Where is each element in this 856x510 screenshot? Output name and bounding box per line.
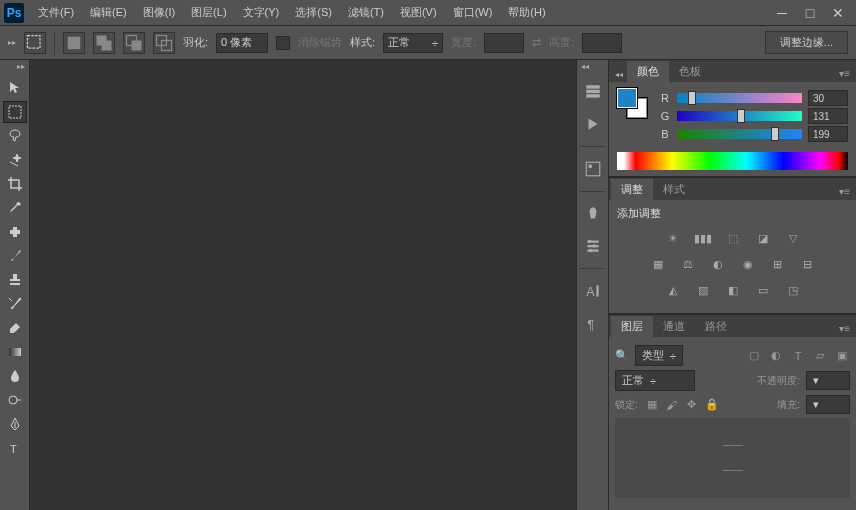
refine-edge-button[interactable]: 调整边缘... bbox=[765, 31, 848, 54]
fill-input[interactable]: ▾ bbox=[806, 395, 850, 414]
options-collapse-icon[interactable]: ▸▸ bbox=[8, 38, 16, 47]
actions-panel-icon[interactable] bbox=[581, 112, 605, 136]
slider-thumb[interactable] bbox=[771, 127, 779, 141]
b-input[interactable] bbox=[808, 126, 848, 142]
crop-tool[interactable] bbox=[3, 173, 27, 195]
canvas-area[interactable] bbox=[30, 60, 576, 510]
color-swatch[interactable] bbox=[617, 88, 647, 118]
stamp-tool[interactable] bbox=[3, 269, 27, 291]
curves-icon[interactable]: ⬚ bbox=[723, 229, 743, 247]
layer-filter-select[interactable]: 类型÷ bbox=[635, 345, 683, 366]
feather-input[interactable] bbox=[216, 33, 268, 53]
brush-presets-icon[interactable] bbox=[581, 234, 605, 258]
lock-all-icon[interactable]: 🔒 bbox=[704, 398, 720, 412]
posterize-icon[interactable]: ▨ bbox=[693, 281, 713, 299]
pen-tool[interactable] bbox=[3, 413, 27, 435]
threshold-icon[interactable]: ◧ bbox=[723, 281, 743, 299]
r-slider[interactable] bbox=[677, 93, 802, 103]
history-panel-icon[interactable] bbox=[581, 80, 605, 104]
menu-type[interactable]: 文字(Y) bbox=[235, 1, 288, 24]
paragraph-panel-icon[interactable]: ¶ bbox=[581, 311, 605, 335]
tab-color[interactable]: 颜色 bbox=[627, 61, 669, 82]
lock-transparency-icon[interactable]: ▦ bbox=[644, 398, 660, 412]
dodge-tool[interactable] bbox=[3, 389, 27, 411]
color-balance-icon[interactable]: ⚖ bbox=[678, 255, 698, 273]
filter-shape-icon[interactable]: ▱ bbox=[812, 349, 828, 363]
style-select[interactable]: 正常÷ bbox=[383, 33, 443, 53]
intersect-selection-icon[interactable] bbox=[153, 32, 175, 54]
eyedropper-tool[interactable] bbox=[3, 197, 27, 219]
minimize-button[interactable]: ─ bbox=[768, 3, 796, 23]
menu-image[interactable]: 图像(I) bbox=[135, 1, 183, 24]
menu-select[interactable]: 选择(S) bbox=[287, 1, 340, 24]
character-panel-icon[interactable]: A bbox=[581, 279, 605, 303]
add-selection-icon[interactable] bbox=[93, 32, 115, 54]
menu-view[interactable]: 视图(V) bbox=[392, 1, 445, 24]
tool-preset-icon[interactable] bbox=[24, 32, 46, 54]
opacity-input[interactable]: ▾ bbox=[806, 371, 850, 390]
menu-edit[interactable]: 编辑(E) bbox=[82, 1, 135, 24]
menu-filter[interactable]: 滤镜(T) bbox=[340, 1, 392, 24]
brushes-panel-icon[interactable] bbox=[581, 202, 605, 226]
b-slider[interactable] bbox=[677, 129, 802, 139]
layers-list[interactable] bbox=[615, 418, 850, 498]
lock-position-icon[interactable]: ✥ bbox=[684, 398, 700, 412]
vibrance-icon[interactable]: ▽ bbox=[783, 229, 803, 247]
slider-thumb[interactable] bbox=[737, 109, 745, 123]
maximize-button[interactable]: □ bbox=[796, 3, 824, 23]
antialias-checkbox[interactable] bbox=[276, 36, 290, 50]
tab-channels[interactable]: 通道 bbox=[653, 316, 695, 337]
blend-mode-select[interactable]: 正常÷ bbox=[615, 370, 695, 391]
slider-thumb[interactable] bbox=[688, 91, 696, 105]
tab-swatches[interactable]: 色板 bbox=[669, 61, 711, 82]
tab-paths[interactable]: 路径 bbox=[695, 316, 737, 337]
levels-icon[interactable]: ▮▮▮ bbox=[693, 229, 713, 247]
hue-icon[interactable]: ▦ bbox=[648, 255, 668, 273]
exposure-icon[interactable]: ◪ bbox=[753, 229, 773, 247]
g-input[interactable] bbox=[808, 108, 848, 124]
color-lookup-icon[interactable]: ⊟ bbox=[798, 255, 818, 273]
healing-tool[interactable] bbox=[3, 221, 27, 243]
filter-smart-icon[interactable]: ▣ bbox=[834, 349, 850, 363]
move-tool[interactable] bbox=[3, 77, 27, 99]
foreground-color-swatch[interactable] bbox=[617, 88, 637, 108]
photo-filter-icon[interactable]: ◉ bbox=[738, 255, 758, 273]
new-selection-icon[interactable] bbox=[63, 32, 85, 54]
panel-menu-icon[interactable]: ▾≡ bbox=[833, 183, 856, 200]
panel-collapse-icon[interactable]: ◂◂ bbox=[611, 67, 627, 82]
filter-pixel-icon[interactable]: ▢ bbox=[746, 349, 762, 363]
tab-layers[interactable]: 图层 bbox=[611, 316, 653, 337]
subtract-selection-icon[interactable] bbox=[123, 32, 145, 54]
bw-icon[interactable]: ◐ bbox=[708, 255, 728, 273]
gradient-tool[interactable] bbox=[3, 341, 27, 363]
dock-expand-icon[interactable]: ◂◂ bbox=[581, 62, 589, 76]
menu-window[interactable]: 窗口(W) bbox=[445, 1, 501, 24]
search-icon[interactable]: 🔍 bbox=[615, 349, 629, 362]
menu-help[interactable]: 帮助(H) bbox=[500, 1, 553, 24]
tab-adjustments[interactable]: 调整 bbox=[611, 179, 653, 200]
history-brush-tool[interactable] bbox=[3, 293, 27, 315]
lock-pixels-icon[interactable]: 🖌 bbox=[664, 398, 680, 412]
color-spectrum[interactable] bbox=[617, 152, 848, 170]
menu-file[interactable]: 文件(F) bbox=[30, 1, 82, 24]
r-input[interactable] bbox=[808, 90, 848, 106]
blur-tool[interactable] bbox=[3, 365, 27, 387]
lasso-tool[interactable] bbox=[3, 125, 27, 147]
brightness-icon[interactable]: ☀ bbox=[663, 229, 683, 247]
close-button[interactable]: ✕ bbox=[824, 3, 852, 23]
panel-menu-icon[interactable]: ▾≡ bbox=[833, 65, 856, 82]
channel-mixer-icon[interactable]: ⊞ bbox=[768, 255, 788, 273]
tab-styles[interactable]: 样式 bbox=[653, 179, 695, 200]
eraser-tool[interactable] bbox=[3, 317, 27, 339]
selective-color-icon[interactable]: ◳ bbox=[783, 281, 803, 299]
tools-collapse-icon[interactable]: ▸▸ bbox=[17, 62, 25, 76]
gradient-map-icon[interactable]: ▭ bbox=[753, 281, 773, 299]
brush-tool[interactable] bbox=[3, 245, 27, 267]
type-tool[interactable]: T bbox=[3, 437, 27, 459]
filter-type-icon[interactable]: T bbox=[790, 349, 806, 363]
properties-panel-icon[interactable] bbox=[581, 157, 605, 181]
menu-layer[interactable]: 图层(L) bbox=[183, 1, 234, 24]
panel-menu-icon[interactable]: ▾≡ bbox=[833, 320, 856, 337]
magic-wand-tool[interactable] bbox=[3, 149, 27, 171]
marquee-tool[interactable] bbox=[3, 101, 27, 123]
